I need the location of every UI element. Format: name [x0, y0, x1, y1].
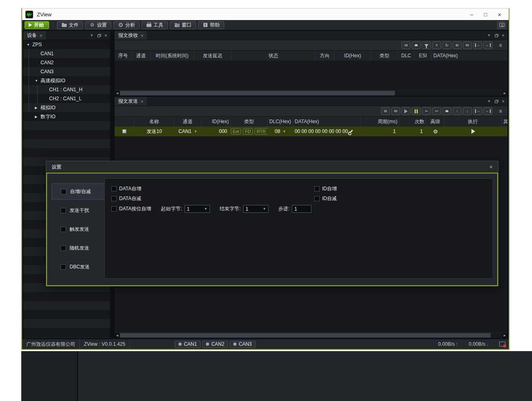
start-byte-select[interactable]: 1 ▼: [185, 205, 210, 213]
scroll-thumb[interactable]: [120, 91, 395, 95]
menu-button-help[interactable]: ! 帮助: [198, 21, 224, 29]
checkbox[interactable]: [61, 264, 66, 270]
maximize-icon[interactable]: □: [484, 12, 487, 17]
can3-status-button[interactable]: CAN3: [230, 341, 255, 348]
dialog-tab-random-send[interactable]: 随机发送: [52, 240, 104, 256]
count-value[interactable]: 1: [399, 126, 426, 136]
frame-data[interactable]: 00 00 00 00 00 00 00 00: [293, 126, 361, 136]
dialog-tab-trigger-send[interactable]: 触发发送: [52, 221, 104, 237]
panel-dropdown-icon[interactable]: ▼: [487, 99, 491, 103]
tree-item-can2[interactable]: CAN2: [23, 58, 110, 67]
scroll-thumb[interactable]: [120, 333, 491, 338]
menu-button-settings[interactable]: ⚙ 设置: [85, 21, 111, 29]
tab-devices[interactable]: 设备 ×: [23, 31, 46, 40]
checkbox[interactable]: [314, 186, 320, 191]
panel-close-icon[interactable]: ×: [502, 99, 505, 104]
clear-icon[interactable]: [412, 41, 421, 49]
tab-send[interactable]: 报文发送 ×: [115, 97, 147, 106]
scroll-left-icon[interactable]: ◀: [115, 90, 120, 96]
refresh-icon[interactable]: ↻: [442, 41, 451, 49]
panel-close-icon[interactable]: ×: [502, 33, 505, 38]
advanced-gear-icon[interactable]: ⚙: [433, 128, 438, 135]
import-icon[interactable]: →: [483, 107, 492, 115]
id-format-icon[interactable]: ID: [453, 41, 462, 49]
data-format-icon[interactable]: 00: [463, 41, 472, 49]
time-display-icon[interactable]: 16: [401, 41, 410, 49]
tab-receive[interactable]: 报文接收 ×: [115, 31, 147, 40]
dlc-select[interactable]: 08 ▼: [268, 126, 293, 136]
checkbox[interactable]: [61, 189, 66, 194]
start-all-icon[interactable]: [401, 107, 410, 115]
period-value[interactable]: 1: [361, 126, 399, 136]
export-icon[interactable]: →: [473, 107, 482, 115]
checkbox[interactable]: [61, 208, 66, 213]
dialog-close-icon[interactable]: ×: [489, 164, 493, 170]
end-byte-select[interactable]: 1 ▼: [243, 205, 268, 213]
execute-play-icon[interactable]: [471, 129, 475, 134]
send-hscrollbar[interactable]: ◀ ▶: [115, 332, 507, 338]
data-inc-option[interactable]: DATA自增: [111, 185, 141, 192]
scroll-right-icon[interactable]: ▶: [502, 90, 507, 96]
expand-icon[interactable]: ▼: [35, 79, 41, 83]
panel-float-icon[interactable]: [97, 35, 100, 37]
id-dec-option[interactable]: ID自减: [314, 195, 337, 202]
panel-float-icon[interactable]: [495, 35, 498, 37]
tree-item-zps[interactable]: ▼ ZPS: [23, 40, 110, 49]
tree-item-ch1[interactable]: CH1 : CAN1_H: [23, 85, 110, 94]
pause-all-icon[interactable]: [412, 107, 421, 115]
fd-chip[interactable]: FD: [243, 128, 253, 135]
tab-close-icon[interactable]: ×: [40, 33, 42, 38]
id-format-icon[interactable]: ID: [381, 107, 390, 115]
menu-button-tools[interactable]: 工具: [142, 21, 168, 29]
checkbox[interactable]: [61, 227, 66, 232]
checkbox[interactable]: [111, 196, 117, 201]
tree-item-can1[interactable]: CAN1: [23, 49, 110, 58]
network-status-icon[interactable]: [499, 342, 505, 347]
tree-item-digital-io[interactable]: ▶ 数字IO: [23, 112, 110, 121]
close-icon[interactable]: ×: [498, 11, 501, 18]
collapse-icon[interactable]: ▶: [35, 106, 41, 110]
collapse-icon[interactable]: ▶: [35, 115, 41, 119]
edit-data-icon[interactable]: [349, 129, 353, 133]
checkbox[interactable]: [61, 246, 66, 251]
clear-icon[interactable]: [442, 107, 451, 115]
channel-select[interactable]: CAN1 ▼: [174, 126, 201, 136]
tab-close-icon[interactable]: ×: [141, 33, 143, 38]
screenshot-button[interactable]: [497, 21, 506, 29]
menu-button-analysis[interactable]: 分析: [113, 21, 140, 29]
tab-close-icon[interactable]: ×: [141, 99, 143, 104]
rtr-chip[interactable]: RTR: [255, 128, 268, 135]
can2-status-button[interactable]: CAN2: [202, 341, 228, 348]
panel-close-icon[interactable]: ×: [104, 33, 107, 38]
step-input[interactable]: 1: [292, 205, 311, 213]
menu-icon[interactable]: ≡: [496, 107, 505, 115]
expand-icon[interactable]: ▼: [27, 43, 32, 47]
menu-button-window[interactable]: 窗口: [170, 21, 196, 29]
frame-name[interactable]: 发送10: [134, 126, 174, 136]
menu-icon[interactable]: ≡: [496, 41, 505, 49]
checkbox[interactable]: [314, 196, 320, 201]
receive-table-body[interactable]: [115, 61, 507, 90]
tree-item-highspeed-analog-io[interactable]: ▼ 高速模拟IO: [23, 76, 110, 85]
frame-id[interactable]: 000: [201, 126, 231, 136]
tree-item-can3[interactable]: CAN3: [23, 67, 110, 76]
dialog-tab-send-interference[interactable]: 发送干扰: [52, 202, 104, 219]
clear-filter-icon[interactable]: ×: [432, 41, 441, 49]
tree-item-analog-io[interactable]: ▶ 模拟IO: [23, 103, 110, 112]
scroll-right-icon[interactable]: ▶: [502, 333, 507, 338]
receive-hscrollbar[interactable]: ◀ ▶: [115, 90, 507, 96]
add-frame-icon[interactable]: +▪: [422, 107, 431, 115]
scroll-left-icon[interactable]: ◀: [115, 333, 120, 338]
checkbox[interactable]: [111, 206, 117, 212]
import-icon[interactable]: →: [483, 41, 492, 49]
start-button[interactable]: 开始: [25, 21, 49, 29]
ext-chip[interactable]: Ext: [231, 128, 241, 135]
data-format-icon[interactable]: 00: [391, 107, 400, 115]
panel-dropdown-icon[interactable]: ▼: [90, 34, 93, 37]
minimize-icon[interactable]: –: [470, 12, 473, 17]
can1-status-button[interactable]: CAN1: [175, 341, 201, 348]
panel-dropdown-icon[interactable]: ▼: [487, 34, 491, 37]
dialog-tab-auto-inc-dec[interactable]: 自增/自减: [52, 183, 105, 200]
panel-float-icon[interactable]: [495, 101, 498, 103]
checkbox[interactable]: [111, 186, 117, 191]
